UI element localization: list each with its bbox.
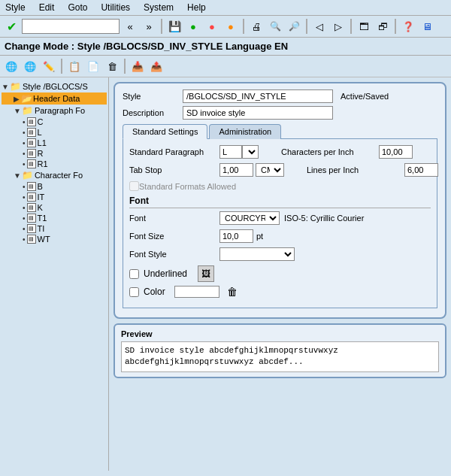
tree-paragraph-fo[interactable]: ▼ 📁 Paragraph Fo [2,105,107,117]
font-style-label: Font Style [129,250,219,259]
shortcut-icon2: ● [209,21,215,32]
tree-para-l[interactable]: • ▤ L [2,127,107,138]
window2-button[interactable]: 🗗 [374,18,391,35]
font-label: Font [129,214,219,223]
paste-button[interactable]: 📄 [85,58,101,74]
nav-next-button[interactable]: » [141,18,157,35]
tab-content-standard: Standard Paragraph ▼ Characters per Inch… [123,138,437,308]
std-para-label: Standard Paragraph [129,147,219,156]
label-r1: R1 [38,159,48,168]
std-formats-checkbox[interactable] [129,181,139,191]
divider-t2 [61,59,62,74]
shortcut-button2[interactable]: ● [204,18,220,35]
menu-bar: Style Edit Goto Utilities System Help [0,0,451,16]
label-r: R [38,149,44,158]
tree-expand-button[interactable]: 🌐 [3,58,20,74]
find-button[interactable]: 🔍 [267,18,283,35]
tab-standard-settings[interactable]: Standard Settings [123,124,207,139]
font-row: Font COURCYR ISO-5: Cyrillic Courier [129,211,431,225]
title-bar: Change Mode : Style /BGLOCS/SD_INV_STYLE… [0,38,451,56]
menu-system[interactable]: System [141,2,176,14]
underlined-checkbox[interactable] [129,269,139,279]
tree-para-folder-icon: 📁 [23,105,33,116]
page-right-button[interactable]: ▷ [330,18,347,35]
tree-para-r1[interactable]: • ▤ R1 [2,159,107,169]
print-button[interactable]: 🖨 [248,18,265,35]
preview-line1: SD invoice style abcdefghijklmnopqrstuvw… [125,345,435,356]
export-button[interactable]: 📤 [148,58,165,74]
find-next-button[interactable]: 🔎 [286,18,302,35]
font-size-label: Font Size [129,232,219,241]
menu-style[interactable]: Style [3,2,28,14]
tree-collapse-button[interactable]: 🌐 [22,58,38,74]
shortcut-button3[interactable]: ● [222,18,239,35]
tree-character-fo[interactable]: ▼ 📁 Character Fo [2,169,107,181]
tab-stop-unit-select[interactable]: CM IN [256,163,284,177]
page-left-button[interactable]: ◁ [311,18,328,35]
tree-header-data[interactable]: ▶ 📂 Header Data [2,92,107,105]
description-input[interactable] [183,106,333,120]
tab-administration[interactable]: Administration [209,124,281,139]
font-style-row: Font Style [129,247,431,261]
tab-stop-input[interactable] [219,163,253,177]
window-icon: 🗔 [359,21,369,32]
underline-icon-btn[interactable]: 🖼 [198,265,214,282]
delete-button[interactable]: 🗑 [104,58,120,74]
style-input[interactable] [183,89,333,103]
export-icon: 📤 [150,61,162,72]
color-picker-icon[interactable]: 🗑 [227,286,238,298]
tree-header-folder-icon: 📂 [21,93,32,104]
tree-char-b[interactable]: • ▤ B [2,181,107,192]
underlined-label: Underlined [144,268,187,279]
label-l: L [38,128,42,137]
font-size-input[interactable] [219,229,253,243]
tree-char-wt[interactable]: • ▤ WT [2,234,107,244]
shortcut-button1[interactable]: ● [185,18,201,35]
tree-header-label: Header Data [33,94,80,103]
font-select[interactable]: COURCYR [219,211,280,225]
divider4 [350,19,352,34]
pt-label: pt [256,232,263,241]
save-icon: 💾 [168,20,181,32]
import-button[interactable]: 📥 [129,58,146,74]
help-button[interactable]: ❓ [400,18,416,35]
font-style-select[interactable] [219,247,295,261]
copy-button[interactable]: 📋 [66,58,83,74]
bullet-k: • [23,204,26,212]
nav-prev-button[interactable]: « [122,18,138,35]
menu-help[interactable]: Help [185,2,208,14]
tree-char-k[interactable]: • ▤ K [2,202,107,213]
divider2 [243,19,244,34]
green-check-button[interactable]: ✔ [3,18,20,35]
info-button[interactable]: 🖥 [419,18,435,35]
print-icon: 🖨 [252,21,262,32]
preview-header: Preview [121,329,439,338]
tree-char-it[interactable]: • ▤ IT [2,192,107,202]
edit-button[interactable]: ✏️ [41,58,57,74]
tree-root-folder-icon: 📁 [11,81,21,92]
tree-root-label: Style /BGLOCS/S [23,82,88,91]
doc-icon-it: ▤ [27,193,36,202]
menu-goto[interactable]: Goto [65,2,89,14]
tree-para-c[interactable]: • ▤ C [2,117,107,127]
save-button[interactable]: 💾 [166,18,183,35]
menu-edit[interactable]: Edit [37,2,57,14]
tree-para-r[interactable]: • ▤ R [2,148,107,159]
chars-per-inch-input[interactable] [379,145,413,159]
tree-root[interactable]: ▼ 📁 Style /BGLOCS/S [2,80,107,92]
window-button[interactable]: 🗔 [356,18,372,35]
std-para-select[interactable]: ▼ [242,145,259,159]
command-input[interactable] [22,19,120,34]
lines-per-inch-input[interactable] [404,163,438,177]
color-checkbox[interactable] [129,287,139,297]
tree-char-t1[interactable]: • ▤ T1 [2,213,107,223]
preview-section: Preview SD invoice style abcdefghijklmno… [114,323,446,378]
tree-char-ti[interactable]: • ▤ TI [2,223,107,234]
std-formats-label: Standard Formats Allowed [139,182,236,191]
tree-para-l1[interactable]: • ▤ L1 [2,138,107,148]
find-next-icon: 🔎 [289,21,300,32]
std-para-input[interactable] [219,145,242,159]
doc-icon-cb: ▤ [27,182,36,191]
menu-utilities[interactable]: Utilities [98,2,132,14]
doc-icon-c: ▤ [27,117,36,126]
